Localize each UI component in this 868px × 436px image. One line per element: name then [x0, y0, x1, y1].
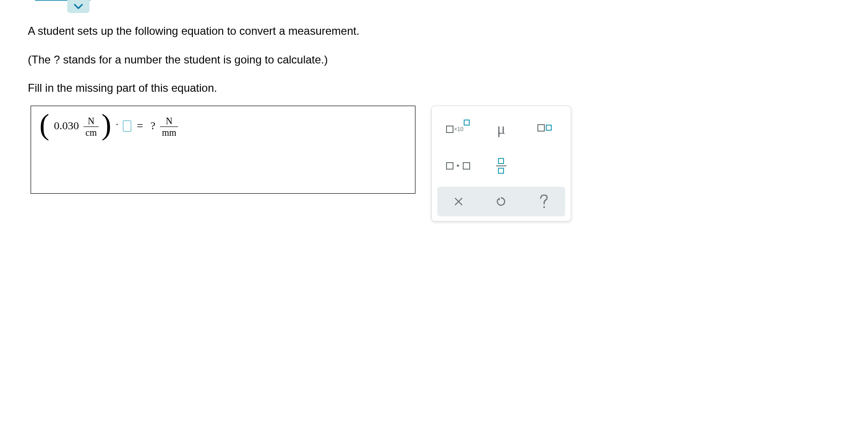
clear-button[interactable]	[440, 190, 477, 213]
question-prompt: A student sets up the following equation…	[28, 23, 359, 109]
fraction-button[interactable]	[482, 152, 521, 179]
superscript-placeholder-icon	[546, 125, 552, 131]
dot-operator-icon: •	[457, 161, 460, 171]
collapse-toggle[interactable]	[67, 0, 89, 13]
operand-left-icon	[446, 162, 453, 170]
right-fraction-denominator: mm	[160, 126, 178, 137]
superscript-button[interactable]	[525, 115, 564, 142]
question-mark-icon	[538, 194, 550, 209]
help-button[interactable]	[525, 190, 562, 213]
left-fraction-numerator: N	[86, 116, 96, 126]
micro-symbol-button[interactable]: μ	[482, 115, 521, 142]
answer-area[interactable]: ( 0.030 N cm ) · = ? N mm	[31, 106, 415, 194]
chevron-down-icon	[73, 3, 83, 10]
answer-input-placeholder[interactable]	[123, 120, 131, 132]
operand-right-icon	[463, 162, 470, 170]
equals-sign: =	[134, 120, 146, 132]
coefficient-value: 0.030	[52, 120, 81, 132]
reset-button[interactable]	[483, 190, 520, 213]
prompt-line-1: A student sets up the following equation…	[28, 23, 359, 39]
fraction-denominator-icon	[498, 168, 504, 174]
fraction-numerator-icon	[498, 158, 504, 164]
left-fraction-denominator: cm	[83, 126, 98, 137]
action-row	[437, 187, 565, 216]
prompt-line-3: Fill in the missing part of this equatio…	[28, 80, 359, 96]
multiplication-button[interactable]: •	[439, 152, 478, 179]
math-toolbox: ×10 μ •	[431, 106, 571, 221]
base-placeholder-icon	[537, 124, 545, 132]
times-ten-label: ×10	[454, 126, 463, 133]
equation-display: ( 0.030 N cm ) · = ? N mm	[39, 115, 407, 136]
mu-icon: μ	[497, 120, 505, 138]
result-question-mark: ?	[149, 120, 158, 132]
exponent-placeholder-icon	[464, 120, 470, 126]
undo-icon	[495, 196, 507, 208]
tool-row-1: ×10 μ	[436, 113, 566, 145]
right-paren-icon: )	[102, 116, 111, 133]
left-fraction: N cm	[83, 116, 98, 137]
right-fraction-numerator: N	[164, 116, 174, 126]
svg-point-0	[543, 206, 545, 208]
multiply-dot: ·	[114, 120, 120, 130]
fraction-bar-icon	[496, 165, 506, 166]
left-paren-icon: (	[39, 116, 49, 133]
close-icon	[453, 196, 464, 207]
right-fraction: N mm	[160, 116, 178, 137]
scientific-notation-button[interactable]: ×10	[439, 115, 478, 142]
placeholder-box-icon	[446, 126, 453, 133]
tool-row-2: •	[436, 150, 566, 182]
prompt-line-2: (The ? stands for a number the student i…	[28, 52, 359, 68]
